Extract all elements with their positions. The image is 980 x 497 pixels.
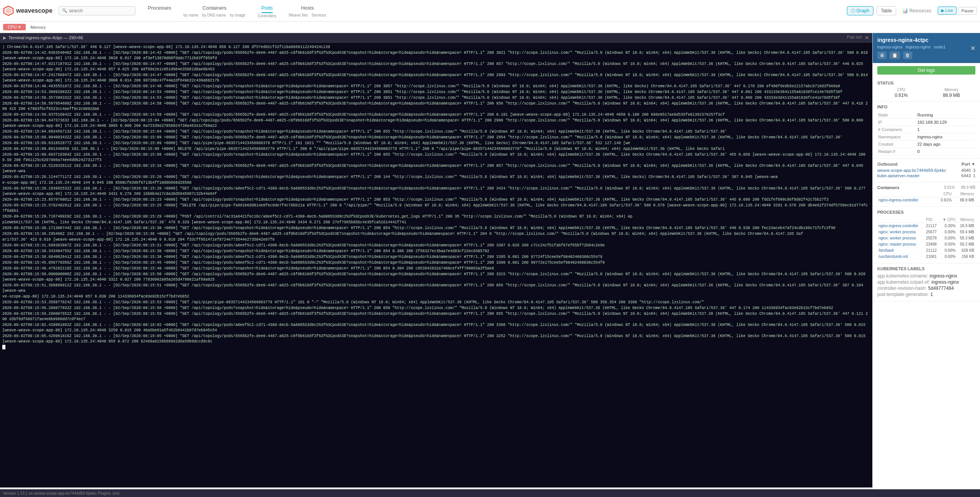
log-line: 2020-09-02T08:15:20.114477117Z 192.168.3…: [2, 175, 870, 180]
pop-out-button[interactable]: Pop out: [847, 35, 862, 41]
log-line: 2020-09-02T08:15:20.193992532Z 192.168.3…: [2, 186, 870, 197]
processes-title: Processes: [877, 210, 975, 214]
log-line: ) Chrome/84.0.4147.105 Safari/537.36' 44…: [2, 45, 870, 50]
terminal-cursor: [2, 345, 5, 349]
log-line: 2020-09-02T08:14:53.360928832Z 192.168.3…: [2, 90, 870, 95]
nav-item-containers[interactable]: Containers by name by DNS name by image: [177, 3, 252, 17]
hosts-sub-weavenet[interactable]: Weave Net: [289, 13, 308, 17]
container-link[interactable]: nginx-ingress-controller: [878, 198, 918, 202]
log-line: e-scope-app-80] 172.10.135.24:4040 144 0…: [2, 180, 870, 186]
memory-stat-value: 88.9 MB: [928, 93, 976, 98]
k8s-labels-body: app.kubernetes.io/name:ingress-nginxapp.…: [877, 273, 975, 297]
log-line: 2020-09-02T08:15:25.578248291Z 192.168.3…: [2, 203, 870, 214]
cpu-stat-label: CPU: [877, 88, 925, 92]
log-line: pleWebKit/537.36 (KHTML, like Gecko Chro…: [2, 220, 870, 225]
get-logs-button[interactable]: Get logs: [877, 66, 975, 75]
log-line: 2020-09-02T08:14:58.597954689Z 192.168.3…: [2, 101, 870, 112]
rph-copy-icon[interactable]: 📋: [890, 52, 900, 59]
process-mem-3: 59.2 MB: [957, 241, 975, 248]
pause-button[interactable]: Pause: [958, 7, 977, 15]
label-val-3: 1: [930, 292, 933, 297]
info-table: State Running IP 192.168.30.129 # Contai…: [877, 111, 975, 155]
container-sub-byimage[interactable]: by image: [230, 13, 246, 17]
process-cpu-5: 0.00%: [940, 254, 957, 260]
rph-title: ingress-nginx-4ctpc: [877, 37, 945, 43]
process-name-4[interactable]: /bin/bash: [878, 248, 894, 253]
k8s-labels-section: Kubernetes labels app.kubernetes.io/name…: [873, 263, 980, 301]
process-name-0[interactable]: nginx-ingress-controller: [878, 224, 918, 228]
info-row-restart: Restart # 0: [877, 148, 975, 155]
process-row-3: nginx: master process 23498 0.00% 59.2 M…: [877, 241, 975, 248]
sub-nav: CPU ✕ Memory: [0, 22, 980, 33]
nav-item-processes[interactable]: Processes: [142, 3, 177, 12]
log-line: 2020-09-02T08:15:36.295488Z 192.168.30.1…: [2, 231, 870, 237]
cpu-filter[interactable]: CPU ✕: [3, 24, 26, 30]
log-line: ari/537.36' 423 0.019 [weave-weave-scope…: [2, 237, 870, 243]
outbound-section: Outbound Port ▼ weave-scope-app-bc7444d5…: [873, 159, 980, 182]
outbound-title: Outbound: [877, 162, 898, 166]
memory-stat-label: Memory: [928, 88, 976, 92]
nav-items: Processes Containers by name by DNS name…: [142, 3, 847, 18]
log-line: ve-scope-app-80] 172.10.135.24:4040 857 …: [2, 294, 870, 299]
outbound-port-label: Port ▼: [962, 162, 975, 166]
process-name-5[interactable]: /usr/bin/dumb-init: [878, 254, 908, 259]
top-nav: weavescope 🔍 Processes Containers by nam…: [0, 0, 980, 22]
pods-sub-controllers[interactable]: Controllers: [258, 14, 276, 18]
label-key-2: controller-revision-hash:: [877, 286, 927, 291]
info-row-state: State Running: [877, 111, 975, 119]
log-line: 2020-09-02T08:15:09.631852877Z 192.168.3…: [2, 141, 870, 146]
rph-link-0[interactable]: ingress-nginx: [877, 45, 902, 49]
terminal-icon: ▶: [3, 35, 6, 40]
info-row-namespace: Namespace ingress-nginx: [877, 133, 975, 141]
rph-monitor-icon[interactable]: 🖥: [877, 52, 887, 59]
logo-icon: [3, 5, 14, 16]
search-input[interactable]: [69, 8, 132, 13]
process-name-3[interactable]: nginx: master process: [878, 242, 916, 246]
process-row-0: nginx-ingress-controller 21117 0.30% 18.…: [877, 223, 975, 229]
table-button[interactable]: Table: [877, 6, 896, 15]
memory-filter[interactable]: Memory: [26, 24, 50, 30]
process-mem-4: 628 KB: [957, 248, 975, 254]
outbound-link-0[interactable]: weave-scope-app-bc7444d59-6jxkkc: [877, 168, 946, 173]
container-row: nginx-ingress-controller 0.61% 88.9 MB: [877, 197, 975, 203]
live-button[interactable]: ▶ Live: [938, 7, 957, 15]
rph-link-1[interactable]: ingress-nginx: [905, 45, 930, 49]
terminal-body: ) Chrome/84.0.4147.105 Safari/537.36' 44…: [0, 43, 872, 487]
log-line: 2020-09-02T08:16:05.426961816Z 192.168.3…: [2, 334, 870, 344]
log-line: 2020-09-02T08:15:59.280807652Z 192.168.3…: [2, 311, 870, 322]
container-sub-byname[interactable]: by name: [183, 13, 198, 17]
info-row-created: Created 22 days ago: [877, 141, 975, 148]
process-cpu-1: 0.00%: [940, 229, 957, 235]
resources-button[interactable]: 📊 Resources: [899, 7, 935, 15]
search-box[interactable]: 🔍: [58, 6, 135, 15]
terminal-header: ▶ Terminal ingress-nginx-4ctpc — 290×66 …: [0, 33, 872, 43]
rph-delete-icon[interactable]: 🗑: [903, 52, 912, 59]
outbound-port-1: 6443 1: [961, 173, 975, 178]
rph-link-2[interactable]: node1: [934, 45, 946, 49]
live-pause: ▶ Live Pause: [938, 7, 977, 15]
containers-subs: by name by DNS name by image: [183, 13, 245, 17]
k8s-label-row-2: controller-revision-hash:5d49777484: [877, 286, 975, 291]
container-sub-bydns[interactable]: by DNS name: [202, 13, 226, 17]
process-name-2[interactable]: nginx: worker process: [878, 236, 916, 240]
label-key-0: app.kubernetes.io/name:: [877, 273, 928, 279]
log-line: 2020-09-02T08:15:48.476282119Z 192.168.3…: [2, 266, 870, 271]
outbound-link-1[interactable]: kube-apiserver-master: [877, 173, 920, 178]
process-name-1[interactable]: nginx: worker process: [878, 230, 916, 234]
graph-button[interactable]: ⬡ Graph: [847, 6, 873, 15]
rph-links: ingress-nginxingress-nginxnode1: [877, 45, 945, 49]
log-line: 2020-09-02T08:15:45.058778356Z 192.168.3…: [2, 260, 870, 266]
log-line: 2020-09-02T08:15:23.857979801Z 192.168.3…: [2, 197, 870, 203]
rph-close-button[interactable]: ✕: [970, 45, 975, 52]
nav-item-pods[interactable]: Pods Controllers: [252, 3, 282, 18]
process-row-1: nginx: worker process 25677 0.00% 59.4 M…: [877, 229, 975, 235]
label-key-3: pod-template-generation:: [877, 292, 929, 297]
hosts-sub-services[interactable]: Services: [312, 13, 326, 17]
k8s-label-row-1: app.kubernetes.io/part-of:ingress-nginx: [877, 279, 975, 285]
outbound-row-0: weave-scope-app-bc7444d59-6jxkkc4040 3: [877, 168, 975, 173]
outbound-port-0: 4040 3: [961, 168, 975, 173]
terminal-close-button[interactable]: ✕: [865, 35, 869, 41]
containers-cpu: 0.61%: [944, 185, 955, 190]
process-row-4: /bin/bash 21112 0.00% 628 KB: [877, 248, 975, 254]
nav-item-hosts[interactable]: Hosts Weave Net Services: [283, 3, 333, 17]
